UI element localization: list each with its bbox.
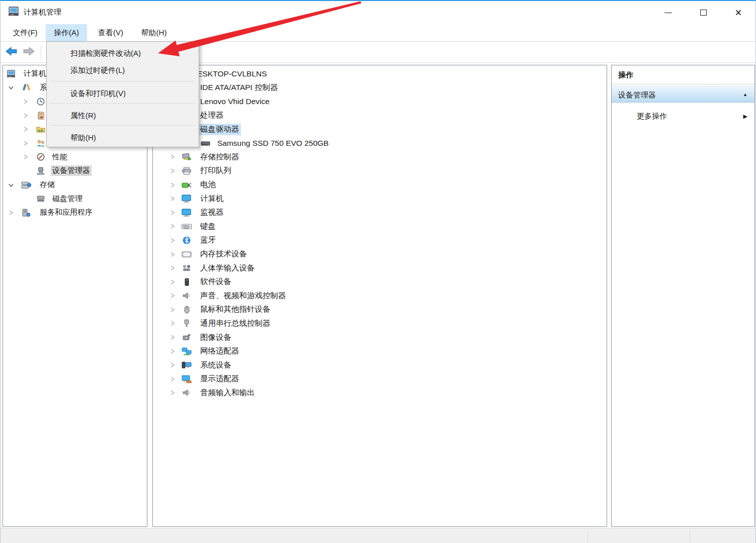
menu-help[interactable]: 帮助(H) <box>134 24 174 41</box>
chevron-down-icon[interactable] <box>8 84 14 90</box>
minimize-button[interactable] <box>656 1 680 24</box>
tree-item-desktop-root[interactable]: DESKTOP-CVLBLNS <box>153 67 607 81</box>
tree-item-processors[interactable]: 处理器 <box>153 109 607 123</box>
tree-item-audio-io[interactable]: 音频输入和输出 <box>153 386 607 400</box>
chevron-right-icon[interactable] <box>170 362 176 368</box>
window-title: 计算机管理 <box>24 8 61 17</box>
tree-item-print-queues[interactable]: 打印队列 <box>153 164 607 178</box>
chevron-right-icon[interactable] <box>8 210 14 216</box>
tree-item-samsung-ssd[interactable]: Samsung SSD 750 EVO 250GB <box>153 136 607 150</box>
event-viewer-icon <box>36 112 46 120</box>
chevron-right-icon[interactable] <box>23 126 29 132</box>
tree-item-hid-devices[interactable]: 人体学输入设备 <box>153 261 607 275</box>
chevron-right-icon[interactable] <box>170 334 176 340</box>
chevron-right-icon[interactable] <box>170 279 176 285</box>
chevron-right-icon[interactable] <box>170 182 176 188</box>
chevron-right-icon[interactable] <box>170 265 176 271</box>
mouse-icon <box>182 306 192 314</box>
tree-item-keyboards[interactable]: 键盘 <box>153 220 607 234</box>
chevron-right-icon[interactable] <box>170 348 176 354</box>
chevron-right-icon[interactable] <box>170 237 176 243</box>
tree-item-bluetooth[interactable]: 蓝牙 <box>153 233 607 247</box>
more-actions-item[interactable]: 更多操作 ▶ <box>612 109 754 124</box>
disk-management-icon <box>36 195 46 203</box>
tree-item-storage-controllers[interactable]: 存储控制器 <box>153 150 607 164</box>
chevron-right-icon[interactable] <box>170 320 176 326</box>
chevron-right-icon[interactable] <box>170 376 176 382</box>
chevron-right-icon[interactable] <box>170 168 176 174</box>
menu-file[interactable]: 文件(F) <box>6 24 45 41</box>
action-dropdown-menu: 扫描检测硬件改动(A) 添加过时硬件(L) 设备和打印机(V) 属性(R) 帮助… <box>46 41 199 147</box>
titlebar: 计算机管理 × <box>1 1 755 24</box>
speaker-icon <box>182 292 192 300</box>
tree-item-device-manager[interactable]: 设备管理器 <box>3 164 147 178</box>
monitor-icon <box>182 195 192 203</box>
tree-item-lenovo-vhid[interactable]: Lenovo Vhid Device <box>153 95 607 109</box>
tree-item-disk-drives[interactable]: 磁盘驱动器 <box>153 122 607 136</box>
chevron-right-icon[interactable] <box>170 223 176 229</box>
chevron-right-icon[interactable] <box>170 154 176 160</box>
tree-item-sound-controllers[interactable]: 声音、视频和游戏控制器 <box>153 289 607 303</box>
tree-item-network-adapters[interactable]: 网络适配器 <box>153 344 607 358</box>
usb-icon <box>182 319 192 327</box>
hid-icon <box>182 264 192 272</box>
tree-item-disk-management[interactable]: 磁盘管理 <box>3 192 147 206</box>
tree-item-services-applications[interactable]: 服务和应用程序 <box>3 206 147 220</box>
tree-item-memory-devices[interactable]: 内存技术设备 <box>153 247 607 261</box>
chevron-right-icon[interactable] <box>23 154 29 160</box>
forward-button[interactable] <box>23 46 35 56</box>
storage-controller-icon <box>182 153 192 161</box>
battery-icon <box>182 181 192 189</box>
chevron-right-icon[interactable] <box>23 113 29 119</box>
chevron-right-icon[interactable] <box>170 251 176 257</box>
menu-item-scan-hardware-changes[interactable]: 扫描检测硬件改动(A) <box>47 45 198 62</box>
close-icon: × <box>735 8 741 18</box>
chevron-right-icon[interactable] <box>170 390 176 396</box>
keyboard-icon <box>182 222 192 230</box>
chevron-right-icon[interactable] <box>23 99 29 105</box>
menu-separator <box>50 125 196 126</box>
chevron-right-icon[interactable] <box>170 307 176 313</box>
collapse-arrow-icon[interactable]: ▲ <box>743 86 747 103</box>
device-tree: DESKTOP-CVLBLNS IDE ATA/ATAPI 控制器 Lenovo… <box>153 65 607 400</box>
tree-item-batteries[interactable]: 电池 <box>153 178 607 192</box>
tree-item-software-devices[interactable]: 软件设备 <box>153 275 607 289</box>
tree-item-storage[interactable]: 存储 <box>3 178 147 192</box>
menu-item-devices-and-printers[interactable]: 设备和打印机(V) <box>47 84 198 103</box>
tree-item-display-adapters[interactable]: 显示适配器 <box>153 372 607 386</box>
actions-section-device-manager[interactable]: 设备管理器 ▲ <box>612 86 754 103</box>
back-button[interactable] <box>6 46 18 56</box>
computer-management-icon <box>8 7 20 17</box>
chevron-right-icon[interactable] <box>23 140 29 146</box>
tree-item-monitors[interactable]: 监视器 <box>153 206 607 220</box>
display-adapter-icon <box>182 375 192 383</box>
tree-item-usb-controllers[interactable]: 通用串行总线控制器 <box>153 317 607 331</box>
menu-view[interactable]: 查看(V) <box>91 24 130 41</box>
maximize-button[interactable] <box>692 1 715 24</box>
storage-icon <box>21 181 31 189</box>
statusbar <box>1 528 755 543</box>
toolbar-separator <box>41 45 41 60</box>
menu-action[interactable]: 操作(A) <box>46 24 87 41</box>
tree-item-mice[interactable]: 鼠标和其他指针设备 <box>153 303 607 317</box>
chevron-right-icon[interactable] <box>170 293 176 299</box>
chevron-right-icon[interactable] <box>170 210 176 216</box>
device-list-panel: DESKTOP-CVLBLNS IDE ATA/ATAPI 控制器 Lenovo… <box>152 65 607 527</box>
menu-item-help[interactable]: 帮助(H) <box>47 128 198 147</box>
bluetooth-icon <box>182 236 192 244</box>
menu-item-properties[interactable]: 属性(R) <box>47 106 198 125</box>
tree-item-ide-controller[interactable]: IDE ATA/ATAPI 控制器 <box>153 81 607 95</box>
tree-item-computer[interactable]: 计算机 <box>153 192 607 206</box>
tree-item-imaging-devices[interactable]: 图像设备 <box>153 330 607 344</box>
menu-item-add-legacy-hardware[interactable]: 添加过时硬件(L) <box>47 62 198 79</box>
chevron-right-icon[interactable] <box>170 196 176 202</box>
computer-management-icon <box>6 70 16 78</box>
system-tools-icon <box>21 83 31 92</box>
chevron-down-icon[interactable] <box>8 182 14 188</box>
software-device-icon <box>182 278 192 286</box>
system-devices-icon <box>182 361 192 369</box>
computer-management-window: 计算机管理 × 文件(F) 操作(A) 查看(V) 帮助(H) 计算机管理(本地… <box>0 0 756 543</box>
tree-item-system-devices[interactable]: 系统设备 <box>153 358 607 372</box>
close-button[interactable]: × <box>727 1 750 24</box>
tree-item-performance[interactable]: 性能 <box>3 150 147 164</box>
